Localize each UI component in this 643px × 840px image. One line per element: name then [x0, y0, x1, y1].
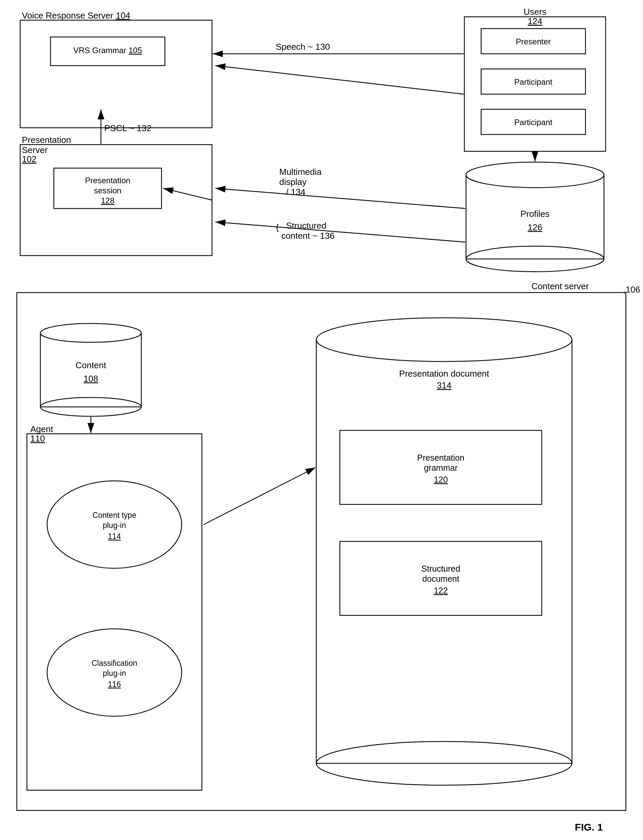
svg-text:grammar: grammar — [424, 463, 458, 472]
main-svg: Voice Response Server 104 VRS Grammar 10… — [0, 0, 643, 840]
svg-text:Presentation: Presentation — [22, 135, 71, 145]
svg-text:Classification: Classification — [91, 659, 137, 667]
svg-text:Presentation: Presentation — [417, 453, 464, 462]
svg-text:Structured: Structured — [421, 564, 460, 573]
svg-point-56 — [466, 162, 604, 188]
svg-text:Participant: Participant — [514, 118, 553, 127]
svg-text:display: display — [279, 177, 307, 187]
svg-text:122: 122 — [434, 586, 448, 595]
svg-text:FIG. 1: FIG. 1 — [575, 822, 603, 833]
svg-text:Agent: Agent — [30, 424, 54, 434]
svg-text:Multimedia: Multimedia — [279, 167, 322, 177]
svg-text:Presenter: Presenter — [516, 37, 551, 46]
svg-text:128: 128 — [101, 196, 114, 205]
svg-text:Profiles: Profiles — [521, 209, 550, 219]
svg-text:116: 116 — [108, 680, 121, 689]
svg-text:plug-in: plug-in — [103, 669, 126, 677]
svg-text:Presentation: Presentation — [85, 176, 131, 185]
svg-text:114: 114 — [108, 532, 121, 541]
svg-text:Content type: Content type — [93, 511, 136, 519]
svg-line-109 — [215, 65, 463, 94]
svg-text:Content server: Content server — [531, 281, 589, 291]
svg-rect-34 — [20, 20, 212, 128]
svg-text:/ 134: / 134 — [286, 187, 305, 197]
svg-text:,106: ,106 — [623, 285, 640, 295]
svg-text:document: document — [422, 574, 459, 583]
svg-text:plug-in: plug-in — [103, 521, 126, 530]
svg-text:126: 126 — [527, 222, 542, 232]
svg-text:Content: Content — [75, 360, 106, 370]
svg-text:Participant: Participant — [514, 77, 553, 86]
svg-text:VRS Grammar  105: VRS Grammar 105 — [73, 46, 142, 55]
svg-text:PSCL ~ 132: PSCL ~ 132 — [104, 123, 152, 133]
svg-point-64 — [40, 324, 141, 342]
svg-text:Users: Users — [524, 7, 547, 17]
svg-text:content ~ 136: content ~ 136 — [281, 231, 335, 241]
svg-text:102: 102 — [22, 154, 36, 164]
svg-text:Speech ~ 130: Speech ~ 130 — [276, 42, 330, 52]
svg-text:314: 314 — [437, 380, 451, 391]
svg-text:Server: Server — [22, 145, 48, 155]
svg-text:108: 108 — [83, 374, 98, 384]
main-diagram: Voice Response Server 104 VRS Grammar 10… — [0, 0, 643, 840]
svg-text:{: { — [276, 222, 279, 232]
svg-point-80 — [316, 318, 572, 361]
svg-text:110: 110 — [30, 433, 45, 444]
svg-text:Presentation document: Presentation document — [399, 368, 489, 379]
svg-text:Structured: Structured — [286, 221, 326, 231]
svg-line-100 — [215, 188, 465, 208]
svg-text:session: session — [94, 186, 121, 195]
svg-text:120: 120 — [434, 475, 448, 484]
svg-line-104 — [215, 222, 465, 242]
svg-text:124: 124 — [527, 16, 542, 26]
svg-text:Voice Response Server  104: Voice Response Server 104 — [22, 10, 130, 21]
